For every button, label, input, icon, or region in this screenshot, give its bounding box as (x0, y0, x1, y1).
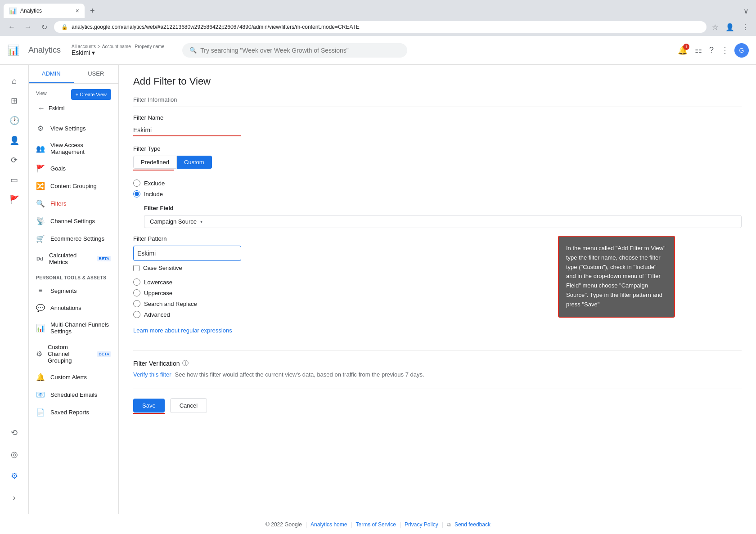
sidebar-item-content-grouping[interactable]: 🔀 Content Grouping (29, 177, 118, 195)
footer-copyright: © 2022 Google (266, 521, 302, 528)
search-bar[interactable]: 🔍 (182, 43, 407, 58)
custom-channel-beta-badge: BETA (97, 351, 111, 357)
terms-link[interactable]: Terms of Service (356, 521, 396, 528)
sidebar-flag-icon[interactable]: 🚩 (5, 191, 23, 209)
account-selector[interactable]: Eskimi ▾ (72, 49, 164, 56)
sidebar-settings-icon[interactable]: ⚙ (5, 467, 23, 485)
radio-exclude-input[interactable] (133, 179, 140, 187)
star-button[interactable]: ☆ (710, 21, 720, 33)
notifications-button[interactable]: 🔔 1 (676, 44, 689, 57)
refresh-button[interactable]: ↻ (38, 21, 50, 33)
sidebar-item-scheduled-emails[interactable]: 📧 Scheduled Emails (29, 386, 118, 404)
active-tab[interactable]: 📊 Analytics × (4, 4, 85, 18)
tab-admin[interactable]: ADMIN (29, 65, 74, 83)
new-tab-button[interactable]: + (86, 4, 99, 18)
filter-field-label: Filter Field (144, 205, 742, 211)
filter-field-section: Filter Field Campaign Source ▾ (144, 205, 742, 228)
filter-tab-predefined[interactable]: Predefined (133, 156, 177, 169)
sidebar-report-icon[interactable]: ▭ (5, 171, 23, 189)
radio-include-input[interactable] (133, 190, 140, 197)
breadcrumb-all[interactable]: All accounts (72, 44, 96, 49)
sidebar-item-custom-alerts[interactable]: 🔔 Custom Alerts (29, 368, 118, 386)
forward-button[interactable]: → (22, 21, 34, 33)
back-button[interactable]: ← (5, 21, 18, 33)
ecommerce-icon: 🛒 (36, 234, 45, 243)
sidebar-target-icon[interactable]: ◎ (5, 445, 23, 463)
radio-lowercase-input[interactable] (133, 278, 140, 286)
sidebar-item-goals[interactable]: 🚩 Goals (29, 160, 118, 177)
help-button[interactable]: ? (707, 44, 716, 57)
user-avatar[interactable]: G (734, 43, 749, 58)
radio-include[interactable]: Include (133, 190, 742, 197)
url-text: analytics.google.com/analytics/web/#a212… (72, 24, 699, 30)
filter-field-dropdown[interactable]: Campaign Source ▾ (144, 215, 742, 228)
mcf-icon: 📊 (36, 324, 45, 332)
sidebar-item-label: Content Grouping (50, 183, 97, 189)
sidebar-expand-icon[interactable]: › (5, 489, 23, 507)
sidebar-rotate-icon[interactable]: ⟲ (5, 424, 23, 442)
back-arrow[interactable]: ← (36, 103, 47, 114)
info-icon[interactable]: ⓘ (182, 359, 189, 368)
sidebar-item-label: View Settings (50, 125, 86, 132)
tab-favicon: 📊 (9, 7, 17, 14)
view-section: View + Create View ← Eskimi (29, 84, 118, 120)
verify-this-filter-link[interactable]: Verify this filter (133, 371, 171, 378)
window-minimize-button[interactable]: ∨ (740, 5, 752, 17)
sidebar-item-annotations[interactable]: 💬 Annotations (29, 299, 118, 317)
apps-button[interactable]: ⚏ (693, 44, 704, 57)
more-options-button[interactable]: ⋮ (719, 44, 731, 57)
save-button[interactable]: Save (133, 399, 165, 413)
sidebar-item-view-settings[interactable]: ⚙ View Settings (29, 120, 118, 137)
view-access-icon: 👥 (36, 144, 45, 153)
radio-search-replace-input[interactable] (133, 300, 140, 307)
tab-user[interactable]: USER (74, 65, 119, 83)
app-name: Analytics (28, 45, 61, 55)
sidebar-home-icon[interactable]: ⌂ (5, 72, 23, 90)
divider-2 (133, 389, 742, 389)
verify-description: See how this filter would affect the cur… (175, 371, 424, 378)
sidebar-sync-icon[interactable]: ⟳ (5, 151, 23, 169)
sidebar-item-channel-settings[interactable]: 📡 Channel Settings (29, 212, 118, 230)
search-input[interactable] (200, 47, 400, 54)
create-view-button[interactable]: + Create View (71, 89, 111, 100)
analytics-home-link[interactable]: Analytics home (310, 521, 347, 528)
nav-menu: ⚙ View Settings 👥 View Access Management… (29, 120, 118, 514)
learn-more-link[interactable]: Learn more about regular expressions (133, 327, 232, 334)
radio-uppercase-input[interactable] (133, 289, 140, 296)
lock-icon: 🔒 (61, 24, 68, 30)
view-name: Eskimi (49, 103, 64, 113)
privacy-link[interactable]: Privacy Policy (405, 521, 438, 528)
browser-menu-button[interactable]: ⋮ (740, 21, 751, 33)
sidebar-item-view-access[interactable]: 👥 View Access Management (29, 137, 118, 160)
filter-tab-underline (133, 170, 174, 171)
sidebar-item-segments[interactable]: ≡ Segments (29, 282, 118, 299)
sidebar-item-mcf-settings[interactable]: 📊 Multi-Channel Funnels Settings (29, 317, 118, 339)
profile-button[interactable]: 👤 (724, 21, 736, 33)
view-settings-icon: ⚙ (36, 124, 45, 133)
case-sensitive-input[interactable] (133, 265, 140, 271)
sidebar-grid-icon[interactable]: ⊞ (5, 92, 23, 110)
sidebar-user-icon[interactable]: 👤 (5, 131, 23, 149)
sidebar-item-label: Goals (50, 165, 66, 172)
sidebar-item-saved-reports[interactable]: 📄 Saved Reports (29, 404, 118, 421)
cancel-button[interactable]: Cancel (170, 398, 207, 413)
url-bar[interactable]: 🔒 analytics.google.com/analytics/web/#a2… (54, 21, 706, 33)
tab-close-button[interactable]: × (76, 7, 79, 14)
feedback-link[interactable]: Send feedback (454, 521, 490, 528)
sidebar-clock-icon[interactable]: 🕐 (5, 112, 23, 130)
notification-badge: 1 (683, 44, 689, 50)
saved-reports-icon: 📄 (36, 408, 45, 417)
sidebar-item-label: Annotations (50, 305, 81, 311)
custom-channel-icon: ⚙ (36, 350, 42, 358)
sidebar-item-ecommerce[interactable]: 🛒 Ecommerce Settings (29, 230, 118, 247)
radio-exclude[interactable]: Exclude (133, 179, 742, 187)
sidebar-item-calculated-metrics[interactable]: Dd Calculated Metrics BETA (29, 247, 118, 270)
filter-pattern-input[interactable] (133, 246, 241, 261)
goals-icon: 🚩 (36, 164, 45, 173)
filter-name-input[interactable] (133, 125, 241, 136)
sidebar-item-filters[interactable]: 🔍 Filters (29, 195, 118, 212)
radio-advanced-input[interactable] (133, 311, 140, 318)
sidebar-item-custom-channel[interactable]: ⚙ Custom Channel Grouping BETA (29, 339, 118, 368)
sidebar-item-label: Saved Reports (50, 409, 89, 416)
filter-tab-custom[interactable]: Custom (177, 156, 212, 169)
